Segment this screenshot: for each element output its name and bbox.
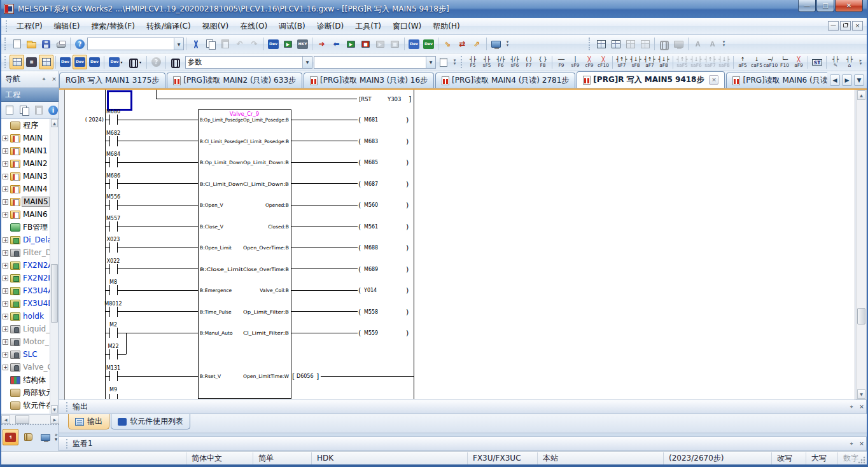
mdi-minimize-button[interactable]: —	[828, 21, 839, 31]
ladder-rung-M684[interactable]: M684B:Op_Limit_DownOp_Limit_Down:B(M685)	[105, 151, 409, 167]
window-cascade-icon[interactable]: ⇘	[440, 37, 455, 52]
cut-icon[interactable]	[188, 37, 203, 52]
ladder-symbol-sF7-button[interactable]: ┤↑├sF7	[615, 55, 629, 70]
tree-item-MAIN1[interactable]: +MAIN1	[1, 144, 50, 157]
menu-编辑[interactable]: 编辑(E)	[48, 18, 86, 35]
monitor-stop-icon[interactable]: ■	[358, 37, 373, 52]
menu-工具[interactable]: 工具(T)	[349, 18, 387, 35]
tab-scroll-left-icon[interactable]: ◀	[830, 74, 840, 86]
tree-expand-icon[interactable]: +	[3, 148, 8, 154]
editor-scroll-down-icon[interactable]: ▼	[857, 389, 865, 399]
scrollbar-thumb[interactable]	[51, 264, 58, 323]
ladder-rung-M2[interactable]: M2B:Manul_AutoCl_Limit_Filter:B(M559)M22	[105, 322, 409, 359]
ladder-rung-M9[interactable]: M9	[109, 387, 117, 399]
document-tab[interactable]: [PRG]读取 MAIN4 (只读) 2781步	[435, 73, 575, 88]
free-combo[interactable]: ▼	[314, 56, 436, 69]
tree-expand-icon[interactable]: +	[3, 339, 8, 345]
ladder-rung-M556[interactable]: M556B:Open_VOpened:B(M560)	[105, 194, 409, 210]
tree-expand-icon[interactable]: +	[3, 263, 8, 268]
device-comment-icon[interactable]: Dev	[266, 37, 281, 52]
read-from-plc-icon[interactable]: ⬅	[329, 37, 344, 52]
tree-item-MAIN3[interactable]: +MAIN3	[1, 170, 50, 183]
tree-expand-icon[interactable]: +	[3, 275, 8, 281]
tree-expand-icon[interactable]: +	[3, 352, 8, 358]
tree-item-Di_Dela[interactable]: +Di_Dela	[1, 234, 50, 246]
tree-item-SLC[interactable]: +SLC	[1, 348, 50, 361]
ladder-symbol-F6-button[interactable]: ┤/├F6	[494, 55, 508, 70]
zoom-dropdown-icon[interactable]: ▾	[125, 55, 144, 69]
menu-视图[interactable]: 视图(V)	[197, 18, 235, 35]
menu-转换/编译[interactable]: 转换/编译(C)	[141, 18, 197, 35]
ladder-symbol-F10-button[interactable]: └─F10	[778, 55, 792, 70]
tree-item-Filter_D[interactable]: +Filter_D	[1, 246, 50, 259]
close-button[interactable]: ✕	[835, 0, 863, 12]
toolbar-grip[interactable]	[461, 56, 464, 68]
connection-destination-button[interactable]	[38, 429, 53, 445]
program-list-icon[interactable]	[39, 55, 53, 69]
document-tab[interactable]: RG]R 写入 MAIN1 3175步	[59, 73, 165, 88]
remote-operation-icon[interactable]	[489, 37, 503, 52]
ladder-symbol-sF9-button[interactable]: │sF9	[568, 55, 582, 70]
user-library-button[interactable]	[20, 429, 36, 445]
copy-icon[interactable]	[203, 37, 218, 52]
tree-expand-icon[interactable]: +	[3, 301, 8, 307]
ladder-symbol-sF8-button[interactable]: ┤↓├sF8	[629, 55, 643, 70]
tree-expand-icon[interactable]: +	[3, 212, 8, 218]
ladder-symbol-✎-button[interactable]: ┤├✎	[829, 55, 843, 70]
device-display-1-icon[interactable]: Dev	[407, 37, 421, 52]
write-mode-icon[interactable]	[608, 37, 623, 52]
ladder-symbol-cF9-button[interactable]: ╳cF9	[582, 55, 596, 70]
menu-搜索/替换[interactable]: 搜索/替换(F)	[86, 18, 141, 35]
tree-expand-icon[interactable]: +	[3, 314, 8, 319]
toolbar-overflow-icon[interactable]: ▾▾	[451, 55, 459, 69]
parameter-combo[interactable]: 参数▼	[185, 56, 312, 69]
ladder-rung-M8012[interactable]: M8012B:Time_PulseOp_Limit_Filter:B(M558)	[104, 301, 409, 317]
scroll-left-icon[interactable]: ◀	[1, 415, 10, 424]
tab-close-icon[interactable]: ×	[709, 75, 718, 85]
ladder-rung-M557[interactable]: M557B:Close_VClosed:B(M561)	[105, 216, 409, 232]
tree-expand-icon[interactable]: +	[3, 326, 8, 332]
project-view-button[interactable]: ¶	[3, 429, 18, 445]
h-scrollbar-thumb[interactable]	[15, 415, 29, 424]
properties-icon[interactable]: i	[46, 104, 60, 117]
menu-调试[interactable]: 调试(B)	[273, 18, 311, 35]
monitor-start-icon[interactable]: ▶	[344, 37, 358, 52]
write-to-plc-icon[interactable]: ➜	[314, 37, 329, 52]
tree-expand-icon[interactable]: +	[3, 186, 8, 192]
tree-expand-icon[interactable]: +	[3, 250, 8, 256]
device-display-dropdown-icon[interactable]: Dev▾	[106, 55, 125, 69]
tree-scrollbar[interactable]: ▲ ▼	[50, 119, 59, 414]
minimize-button[interactable]: —	[798, 0, 816, 12]
copy-item-icon[interactable]	[17, 104, 31, 117]
tree-item-holdk[interactable]: +holdk	[1, 310, 50, 323]
chevron-down-icon[interactable]: ▼	[174, 38, 183, 50]
module-configuration-icon[interactable]: ▦	[24, 55, 39, 69]
tree-expand-icon[interactable]: +	[3, 288, 8, 294]
tree-item-程序[interactable]: 程序	[1, 119, 50, 132]
tree-item-FX2N2I[interactable]: +FX2N2I	[1, 272, 50, 284]
ladder-symbol-caF10-button[interactable]: ─/caF10	[764, 55, 778, 70]
maximize-button[interactable]: □	[816, 0, 834, 12]
ladder-symbol-⌂-button[interactable]: ┤├⌂	[843, 55, 857, 70]
ladder-symbol-ST-button[interactable]: ST	[810, 55, 824, 70]
output-tab-输出[interactable]: 输出	[68, 414, 109, 429]
tab-main5-active[interactable]: [PRG]R 写入 MAIN5 9418步×	[577, 71, 725, 88]
tree-item-Valve_C[interactable]: +Valve_C	[1, 361, 50, 373]
ladder-symbol-F8-button[interactable]: { }F8	[536, 55, 550, 70]
editor-scrollbar-thumb[interactable]	[857, 308, 865, 324]
open-project-icon[interactable]	[24, 37, 39, 52]
ladder-rung-M686[interactable]: M686B:Cl_Limit_DownCl_Limit_Down:B(M687)	[105, 173, 409, 189]
navigation-toggle-icon[interactable]	[10, 55, 24, 69]
mdi-close-button[interactable]: ×	[852, 21, 863, 31]
tree-item-MAIN[interactable]: +MAIN	[1, 132, 50, 144]
new-project-icon[interactable]	[10, 37, 24, 52]
tab-list-icon[interactable]: ▼	[854, 74, 864, 86]
help-icon[interactable]: ?	[73, 37, 87, 52]
pin-icon[interactable]: ⌖	[847, 403, 856, 412]
document-tab[interactable]: [PRG]读取 MAIN3 (只读) 16步	[304, 73, 434, 88]
print-icon[interactable]	[53, 37, 68, 52]
toolbar-grip[interactable]	[589, 38, 592, 50]
device-display-2-icon[interactable]: Dev	[421, 37, 436, 52]
close-panel-icon[interactable]: ×	[857, 440, 866, 449]
read-mode-icon[interactable]	[594, 37, 608, 52]
